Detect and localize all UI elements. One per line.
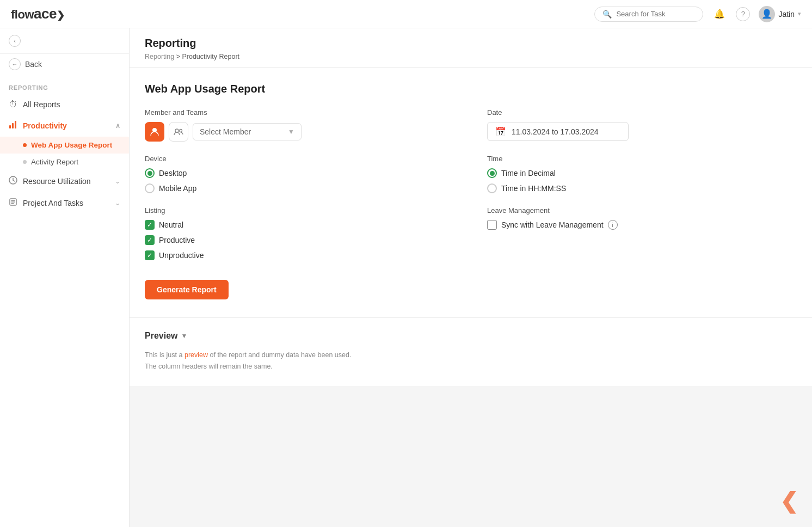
device-label: Device (145, 155, 454, 163)
preview-header[interactable]: Preview ▼ (145, 331, 797, 341)
main-layout: ‹ ← Back REPORTING ⏱ All Reports Product… (0, 28, 812, 527)
radio-hhmmss-circle (487, 183, 497, 193)
content-header: Reporting Reporting > Productivity Repor… (130, 28, 812, 68)
generate-report-button[interactable]: Generate Report (145, 280, 229, 299)
date-label: Date (487, 108, 797, 117)
preview-arrow-icon: ▼ (181, 332, 187, 340)
svg-point-7 (180, 130, 182, 132)
time-label: Time (487, 155, 797, 163)
listing-checkbox-group: ✓ Neutral ✓ Productive ✓ Unproductive (145, 220, 454, 260)
breadcrumb-current: Productivity Report (182, 53, 239, 60)
label-activity-report: Activity Report (31, 158, 78, 166)
page-title: Reporting (145, 37, 797, 50)
leave-sync-row: Sync with Leave Management i (487, 220, 797, 230)
project-icon (9, 198, 17, 209)
logo-flow: flow (11, 8, 34, 21)
breadcrumb-reporting[interactable]: Reporting (145, 53, 174, 60)
leave-sync-checkbox[interactable] (487, 220, 497, 230)
radio-desktop-label: Desktop (159, 169, 187, 177)
sidebar-label-productivity: Productivity (23, 121, 67, 130)
project-chevron: ⌄ (115, 199, 120, 207)
date-picker[interactable]: 📅 11.03.2024 to 17.03.2024 (487, 122, 629, 141)
form-row-member-date: Member and Teams Select Member ▼ (145, 108, 797, 142)
sidebar-collapse-btn[interactable]: ‹ (0, 28, 129, 54)
breadcrumb-separator: > (174, 53, 182, 60)
listing-unproductive-label: Unproductive (159, 251, 204, 260)
time-hhmmss[interactable]: Time in HH:MM:SS (487, 183, 797, 193)
search-box[interactable]: 🔍 (594, 7, 703, 22)
logo-chevron: ❯ (57, 10, 65, 21)
member-person-icon-btn[interactable] (145, 122, 164, 142)
dropdown-arrow-icon: ▼ (288, 128, 294, 136)
user-dropdown-arrow: ▾ (798, 10, 801, 17)
leave-info-icon[interactable]: i (608, 220, 618, 230)
search-input[interactable] (616, 10, 695, 18)
sidebar-sub-web-app-usage[interactable]: Web App Usage Report (0, 137, 129, 154)
back-label: Back (25, 60, 42, 69)
logo-ace: ace (34, 5, 57, 22)
team-icon-btn[interactable] (169, 122, 188, 142)
dot-activity-report (23, 160, 27, 164)
form-row-listing-leave: Listing ✓ Neutral ✓ Productive ✓ Unprodu (145, 206, 797, 260)
topbar: flowace❯ 🔍 🔔 ? 👤 Jatin ▾ (0, 0, 812, 28)
logo: flowace❯ (11, 5, 64, 22)
sidebar-item-resource-utilization[interactable]: Resource Utilization ⌄ (0, 170, 129, 192)
svg-rect-1 (12, 123, 14, 128)
label-web-app-usage: Web App Usage Report (31, 141, 112, 149)
checkbox-productive: ✓ (145, 235, 155, 245)
time-radio-group: Time in Decimal Time in HH:MM:SS (487, 168, 797, 193)
radio-decimal-label: Time in Decimal (501, 169, 556, 177)
preview-title: Preview (145, 331, 177, 341)
form-col-time: Time Time in Decimal Time in HH:MM:SS (487, 155, 797, 193)
listing-unproductive[interactable]: ✓ Unproductive (145, 250, 454, 260)
preview-highlight: preview (184, 351, 208, 359)
preview-section: Preview ▼ This is just a preview of the … (130, 318, 812, 386)
select-member-dropdown[interactable]: Select Member ▼ (193, 123, 302, 140)
topbar-right: 🔍 🔔 ? 👤 Jatin ▾ (594, 6, 801, 22)
report-title: Web App Usage Report (145, 83, 797, 95)
select-member-value: Select Member (200, 127, 251, 136)
preview-note-line1: This is just a preview of the report and… (145, 351, 351, 359)
back-btn[interactable]: ← Back (0, 54, 129, 77)
collapse-icon: ‹ (9, 35, 21, 47)
form-col-leave: Leave Management Sync with Leave Managem… (487, 206, 797, 260)
svg-rect-2 (15, 121, 16, 128)
radio-hhmmss-label: Time in HH:MM:SS (501, 184, 566, 193)
sidebar-item-all-reports[interactable]: ⏱ All Reports (0, 94, 129, 115)
device-radio-group: Desktop Mobile App (145, 168, 454, 193)
resource-icon (9, 176, 17, 187)
listing-productive-label: Productive (159, 236, 195, 244)
sidebar: ‹ ← Back REPORTING ⏱ All Reports Product… (0, 28, 130, 527)
listing-neutral[interactable]: ✓ Neutral (145, 220, 454, 230)
checkbox-neutral: ✓ (145, 220, 155, 230)
member-selector: Select Member ▼ (145, 122, 454, 142)
form-col-device: Device Desktop Mobile App (145, 155, 454, 193)
productivity-icon (9, 120, 17, 131)
form-col-date: Date 📅 11.03.2024 to 17.03.2024 (487, 108, 797, 142)
calendar-icon: 📅 (495, 126, 506, 137)
content-area: Reporting Reporting > Productivity Repor… (130, 28, 812, 527)
sidebar-item-project-tasks[interactable]: Project And Tasks ⌄ (0, 192, 129, 214)
help-icon[interactable]: ? (736, 7, 750, 21)
device-mobile[interactable]: Mobile App (145, 183, 454, 193)
sidebar-label-all-reports: All Reports (23, 100, 60, 109)
all-reports-icon: ⏱ (9, 100, 17, 109)
svg-point-6 (175, 129, 179, 132)
user-name: Jatin (778, 10, 795, 19)
radio-mobile-label: Mobile App (159, 184, 196, 193)
user-menu[interactable]: 👤 Jatin ▾ (759, 6, 801, 22)
leave-sync-label: Sync with Leave Management (501, 220, 604, 229)
radio-decimal-circle (487, 168, 497, 178)
time-decimal[interactable]: Time in Decimal (487, 168, 797, 178)
sidebar-sub-activity-report[interactable]: Activity Report (0, 154, 129, 170)
notification-icon[interactable]: 🔔 (712, 7, 727, 22)
radio-mobile-circle (145, 183, 155, 193)
listing-productive[interactable]: ✓ Productive (145, 235, 454, 245)
resource-chevron: ⌄ (115, 177, 120, 185)
form-col-member: Member and Teams Select Member ▼ (145, 108, 454, 142)
device-desktop[interactable]: Desktop (145, 168, 454, 178)
sidebar-item-productivity[interactable]: Productivity ∧ (0, 115, 129, 137)
search-icon: 🔍 (602, 10, 612, 19)
breadcrumb: Reporting > Productivity Report (145, 53, 797, 67)
checkbox-unproductive: ✓ (145, 250, 155, 260)
